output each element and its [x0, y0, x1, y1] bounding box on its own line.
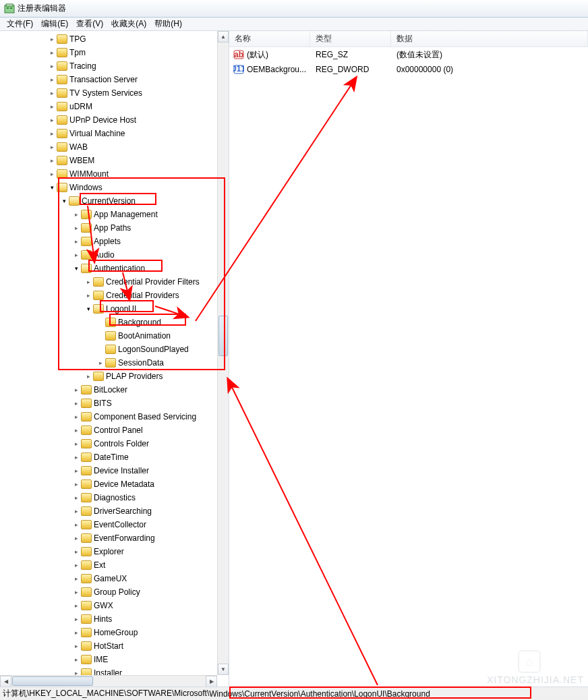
tree-vscrollbar[interactable]: ▲ ▼ [217, 31, 229, 675]
expand-icon[interactable] [96, 345, 105, 354]
tree-item[interactable]: ▸ Explorer [0, 545, 229, 558]
expand-icon[interactable]: ▸ [71, 520, 81, 529]
expand-icon[interactable]: ▸ [47, 129, 57, 138]
tree-item[interactable]: ▸ Virtual Machine [0, 127, 229, 140]
menu-favorites[interactable]: 收藏夹(A) [107, 17, 150, 31]
expand-icon[interactable]: ▸ [71, 506, 81, 516]
tree-item-logonsoundplayed[interactable]: LogonSoundPlayed [0, 343, 229, 356]
expand-icon[interactable]: ▸ [84, 372, 93, 381]
tree-item[interactable]: ▸ WAB [0, 140, 229, 154]
tree-item[interactable]: ▸ App Management [0, 208, 229, 221]
col-data[interactable]: 数据 [391, 31, 588, 47]
tree-item-bootanimation[interactable]: BootAnimation [0, 329, 229, 343]
expand-icon[interactable]: ▸ [71, 223, 81, 233]
tree-item[interactable]: ▸ WIMMount [0, 167, 229, 181]
tree-item[interactable]: ▸ Audio [0, 248, 229, 262]
expand-icon[interactable]: ▸ [71, 641, 81, 651]
expand-icon[interactable]: ▸ [71, 547, 81, 556]
tree-item[interactable]: ▸ Applets [0, 235, 229, 248]
menu-view[interactable]: 查看(V) [72, 17, 107, 31]
tree-item[interactable]: ▸ Device Metadata [0, 477, 229, 491]
expand-icon[interactable]: ▸ [71, 250, 81, 260]
expand-icon[interactable]: ▸ [47, 169, 57, 179]
expand-icon[interactable]: ▸ [71, 601, 81, 610]
col-name[interactable]: 名称 [229, 31, 310, 47]
tree-item-authentication[interactable]: ▾ Authentication [0, 262, 229, 275]
tree-item[interactable]: ▸ GWX [0, 599, 229, 612]
expand-icon[interactable]: ▾ [84, 304, 93, 314]
scroll-right-icon[interactable]: ▶ [206, 676, 217, 687]
expand-icon[interactable]: ▸ [71, 385, 81, 395]
tree-item[interactable]: ▸ Diagnostics [0, 491, 229, 504]
expand-icon[interactable]: ▸ [71, 439, 81, 448]
expand-icon[interactable]: ▸ [47, 88, 57, 98]
tree-item[interactable]: ▸ Controls Folder [0, 437, 229, 450]
expand-icon[interactable]: ▸ [71, 533, 81, 543]
expand-icon[interactable]: ▾ [71, 264, 81, 273]
menubar[interactable]: 文件(F) 编辑(E) 查看(V) 收藏夹(A) 帮助(H) [0, 18, 588, 31]
tree-item[interactable]: ▸ Credential Provider Filters [0, 275, 229, 289]
expand-icon[interactable] [96, 331, 105, 341]
tree-item[interactable]: ▸ Hints [0, 612, 229, 626]
expand-icon[interactable]: ▸ [71, 628, 81, 637]
expand-icon[interactable]: ▸ [71, 479, 81, 489]
tree-item[interactable]: ▸ HotStart [0, 639, 229, 653]
tree-item[interactable]: ▸ Credential Providers [0, 289, 229, 302]
tree-item[interactable]: ▸ EventCollector [0, 518, 229, 531]
expand-icon[interactable]: ▸ [47, 142, 57, 152]
tree-item[interactable]: ▸ TV System Services [0, 86, 229, 100]
expand-icon[interactable] [96, 318, 105, 327]
expand-icon[interactable]: ▸ [47, 156, 57, 165]
tree-item[interactable]: ▸ UPnP Device Host [0, 113, 229, 127]
expand-icon[interactable]: ▸ [96, 358, 105, 368]
expand-icon[interactable]: ▾ [47, 183, 57, 192]
menu-file[interactable]: 文件(F) [3, 17, 37, 31]
tree-item-sessiondata[interactable]: ▸ SessionData [0, 356, 229, 370]
tree-item[interactable]: ▸ DriverSearching [0, 504, 229, 518]
tree-item[interactable]: ▸ Control Panel [0, 424, 229, 437]
menu-help[interactable]: 帮助(H) [150, 17, 186, 31]
expand-icon[interactable]: ▸ [71, 466, 81, 475]
expand-icon[interactable]: ▸ [84, 277, 93, 287]
value-list-pane[interactable]: 名称 类型 数据 ab(默认) REG_SZ (数值未设置) 011OEMBac… [229, 31, 588, 687]
tree-item[interactable]: ▸ HomeGroup [0, 626, 229, 639]
expand-icon[interactable]: ▸ [47, 75, 57, 84]
tree-item[interactable]: ▸ DateTime [0, 450, 229, 464]
expand-icon[interactable]: ▸ [71, 587, 81, 597]
expand-icon[interactable]: ▸ [47, 61, 57, 71]
tree-item[interactable]: ▸ Transaction Server [0, 73, 229, 86]
expand-icon[interactable]: ▸ [71, 574, 81, 583]
scroll-down-icon[interactable]: ▼ [218, 664, 229, 675]
expand-icon[interactable]: ▸ [71, 426, 81, 435]
tree-item[interactable]: ▸ EventForwarding [0, 531, 229, 545]
tree-pane[interactable]: ▸ TPG ▸ Tpm ▸ Tracing ▸ Transaction Serv… [0, 31, 229, 687]
tree-item[interactable]: ▸ Component Based Servicing [0, 410, 229, 424]
tree-item[interactable]: ▸ GameUX [0, 572, 229, 585]
tree-item[interactable]: ▸ Tracing [0, 59, 229, 73]
value-row[interactable]: 011OEMBackgrou... REG_DWORD 0x00000000 (… [229, 62, 588, 77]
expand-icon[interactable]: ▸ [71, 237, 81, 246]
menu-edit[interactable]: 编辑(E) [37, 17, 72, 31]
tree-item[interactable]: ▸ Tpm [0, 46, 229, 59]
expand-icon[interactable]: ▸ [71, 493, 81, 502]
tree-item[interactable]: ▸ WBEM [0, 154, 229, 167]
value-row[interactable]: ab(默认) REG_SZ (数值未设置) [229, 47, 588, 62]
tree-item[interactable]: ▸ uDRM [0, 100, 229, 113]
tree-item[interactable]: ▸ TPG [0, 32, 229, 46]
tree-item-currentversion[interactable]: ▾ CurrentVersion [0, 194, 229, 208]
tree-item[interactable]: ▸ IME [0, 653, 229, 666]
expand-icon[interactable]: ▸ [71, 614, 81, 624]
expand-icon[interactable]: ▾ [59, 196, 69, 206]
col-type[interactable]: 类型 [310, 31, 391, 47]
expand-icon[interactable]: ▸ [71, 210, 81, 219]
tree-item-background[interactable]: Background [0, 316, 229, 329]
tree-item[interactable]: ▸ Ext [0, 558, 229, 572]
tree-item[interactable]: ▸ App Paths [0, 221, 229, 235]
expand-icon[interactable]: ▸ [47, 34, 57, 44]
expand-icon[interactable]: ▸ [71, 655, 81, 664]
expand-icon[interactable]: ▸ [71, 560, 81, 570]
expand-icon[interactable]: ▸ [47, 115, 57, 125]
expand-icon[interactable]: ▸ [71, 412, 81, 421]
scroll-thumb[interactable] [218, 316, 228, 356]
scroll-up-icon[interactable]: ▲ [218, 31, 229, 42]
